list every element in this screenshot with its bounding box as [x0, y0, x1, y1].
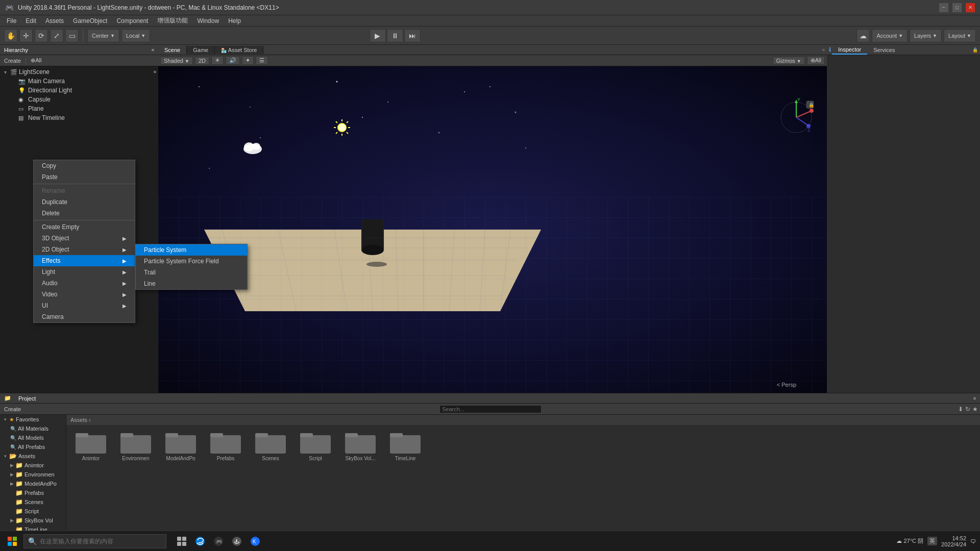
ctx-camera[interactable]: Camera: [34, 311, 135, 322]
project-tab[interactable]: Project: [13, 394, 41, 403]
inspector-tab[interactable]: Inspector: [832, 45, 867, 55]
edge-icon[interactable]: [192, 533, 208, 549]
prefabs-folder-item[interactable]: 📁 Prefabs: [0, 488, 66, 497]
hierarchy-search-all-btn[interactable]: ⊕All: [29, 57, 43, 64]
maximize-button[interactable]: □: [952, 3, 962, 12]
all-materials-item[interactable]: 🔍 All Materials: [0, 424, 66, 433]
modelandpo-folder-item[interactable]: ▶ 📁 ModelAndPo: [0, 479, 66, 488]
audio-btn[interactable]: 🔊: [226, 56, 240, 65]
toolbar-space-btn[interactable]: Local ▼: [121, 29, 150, 42]
menu-edit[interactable]: Edit: [21, 16, 40, 26]
ctx-light[interactable]: Light ▶: [34, 266, 135, 278]
step-button[interactable]: ⏭: [404, 29, 421, 42]
asset-modelandp[interactable]: ModelAndPo: [160, 429, 201, 461]
hierarchy-item-dirlight[interactable]: 💡 Directional Light: [0, 86, 158, 95]
cloud-btn[interactable]: ☁: [856, 29, 870, 42]
hierarchy-item-capsule[interactable]: ◉ Capsule: [0, 95, 158, 104]
scene-root-item[interactable]: ▾ 🎬 LightScene ≡: [0, 67, 158, 77]
ctx-2d-object[interactable]: 2D Object ▶: [34, 244, 135, 255]
project-save-icon[interactable]: ⬇: [958, 406, 963, 413]
toolbar-rotate-btn[interactable]: ⟳: [35, 29, 48, 42]
scene-gizmo[interactable]: Y X Z 🔒: [776, 97, 817, 138]
effects-particle-system[interactable]: Particle System: [136, 244, 247, 256]
menu-component[interactable]: Component: [112, 16, 152, 26]
inspector-lock-icon[interactable]: 🔒: [972, 47, 978, 53]
ctx-delete[interactable]: Delete: [34, 208, 135, 219]
hierarchy-item-timeline[interactable]: ▤ New Timeline: [0, 113, 158, 122]
project-create-btn[interactable]: Create: [2, 406, 23, 413]
timeline-folder-item[interactable]: 📁 TimeLine: [0, 525, 66, 531]
game-tab[interactable]: Game: [187, 46, 215, 54]
ctx-audio[interactable]: Audio ▶: [34, 278, 135, 289]
ctx-copy[interactable]: Copy: [34, 160, 135, 171]
hierarchy-item-plane[interactable]: ▭ Plane: [0, 104, 158, 113]
all-models-item[interactable]: 🔍 All Models: [0, 433, 66, 442]
hierarchy-menu-icon[interactable]: ≡: [152, 47, 154, 53]
store-tab[interactable]: 🏪 Asset Store: [215, 46, 263, 54]
extra-icon[interactable]: K: [247, 533, 263, 549]
script-folder-item[interactable]: 📁 Script: [0, 507, 66, 516]
ctx-paste[interactable]: Paste: [34, 171, 135, 183]
toolbar-hand-btn[interactable]: ✋: [4, 29, 17, 42]
shading-btn[interactable]: Shaded ▼: [160, 57, 193, 65]
taskbar-search-input[interactable]: [40, 538, 162, 545]
menu-help[interactable]: Help: [224, 16, 245, 26]
asset-animtor[interactable]: Animtor: [70, 429, 111, 461]
layers-btn[interactable]: Layers ▼: [910, 29, 942, 42]
asset-skybox[interactable]: SkyBox Vol...: [340, 429, 381, 461]
asset-prefabs[interactable]: Prefabs: [205, 429, 246, 461]
toolbar-move-btn[interactable]: ✛: [19, 29, 33, 42]
task-view-icon[interactable]: [174, 533, 190, 549]
unity-editor-icon[interactable]: 🕹: [229, 533, 245, 549]
scene-tab[interactable]: Scene: [158, 46, 187, 54]
environment-folder-item[interactable]: ▶ 📁 Environmen: [0, 470, 66, 479]
hidden-btn[interactable]: ☰: [256, 56, 268, 65]
project-refresh-icon[interactable]: ↻: [965, 406, 970, 413]
services-tab[interactable]: Services: [867, 46, 901, 54]
asset-scenes[interactable]: Scenes: [250, 429, 291, 461]
menu-enhanced[interactable]: 增强版功能: [153, 15, 192, 26]
ctx-video[interactable]: Video ▶: [34, 289, 135, 300]
asset-script[interactable]: Script: [295, 429, 336, 461]
minimize-button[interactable]: −: [939, 3, 948, 12]
ctx-3d-object[interactable]: 3D Object ▶: [34, 233, 135, 244]
menu-assets[interactable]: Assets: [41, 16, 68, 26]
asset-environment[interactable]: Environmen: [115, 429, 156, 461]
scene-viewport[interactable]: Y X Z 🔒 < Persp: [158, 66, 827, 393]
toolbar-rect-btn[interactable]: ▭: [65, 29, 79, 42]
lighting-btn[interactable]: ☀: [211, 56, 224, 65]
toolbar-pivot-btn[interactable]: Center ▼: [87, 29, 119, 42]
project-search-input[interactable]: [439, 405, 542, 413]
ctx-duplicate[interactable]: Duplicate: [34, 196, 135, 208]
effects-line[interactable]: Line: [136, 278, 247, 289]
start-button[interactable]: [4, 533, 20, 549]
hierarchy-create-btn[interactable]: Create: [2, 57, 23, 64]
play-button[interactable]: ▶: [370, 29, 386, 42]
favorites-item[interactable]: ▾ ★ Favorites: [0, 415, 66, 424]
account-btn[interactable]: Account ▼: [872, 29, 908, 42]
effects-trail[interactable]: Trail: [136, 267, 247, 278]
scene-search-btn[interactable]: ⊕All: [807, 56, 825, 65]
all-prefabs-item[interactable]: 🔍 All Prefabs: [0, 442, 66, 452]
ctx-create-empty[interactable]: Create Empty: [34, 221, 135, 233]
assets-item[interactable]: ▾ 📂 Assets: [0, 452, 66, 461]
menu-window[interactable]: Window: [193, 16, 223, 26]
hierarchy-item-camera[interactable]: 📷 Main Camera: [0, 77, 158, 86]
gizmos-btn[interactable]: Gizmos ▼: [773, 57, 805, 65]
effects-btn[interactable]: ✦: [242, 56, 254, 65]
notification-icon[interactable]: 🗨: [970, 538, 976, 544]
pause-button[interactable]: ⏸: [387, 29, 403, 42]
ctx-effects[interactable]: Effects ▶: [34, 255, 135, 266]
scene-options-icon[interactable]: ≡: [822, 47, 825, 53]
project-options-icon[interactable]: ≡: [973, 396, 976, 401]
toolbar-scale-btn[interactable]: ⤢: [50, 29, 63, 42]
animtor-folder-item[interactable]: ▶ 📁 Animtor: [0, 461, 66, 470]
project-star-icon[interactable]: ★: [972, 406, 978, 413]
skybox-folder-item[interactable]: ▶ 📁 SkyBox Vol: [0, 516, 66, 525]
taskbar-search-box[interactable]: 🔍: [23, 534, 166, 548]
menu-file[interactable]: File: [3, 16, 20, 26]
unity-hub-icon[interactable]: 🎮: [210, 533, 227, 549]
hierarchy-tab[interactable]: Hierarchy: [4, 47, 28, 53]
effects-particle-force-field[interactable]: Particle System Force Field: [136, 256, 247, 267]
layout-btn[interactable]: Layout ▼: [944, 29, 976, 42]
